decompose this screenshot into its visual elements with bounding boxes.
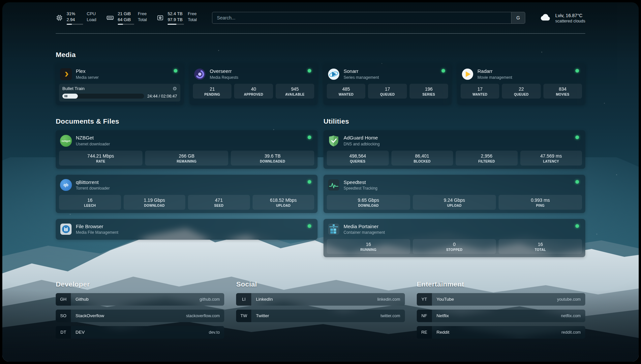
service-subtitle: Torrent downloader [76, 186, 110, 191]
stat-series: 196 SERIES [410, 84, 448, 99]
cpu-icon [56, 14, 63, 21]
service-card-portainer[interactable]: Media Portainer Container management 16 … [323, 219, 585, 257]
cpu-percent: 31% [67, 11, 83, 17]
service-card-adguard[interactable]: AdGuard Home DNS and adblocking 498,564 … [323, 130, 585, 168]
playback-progress-track [62, 94, 144, 99]
service-name: Speedtest [344, 179, 378, 186]
bookmark-twitter[interactable]: TW Twitter twitter.com [236, 310, 405, 322]
bookmark-stackoverflow[interactable]: SO StackOverflow stackoverflow.com [56, 310, 224, 322]
service-subtitle: Media File Management [76, 230, 118, 235]
playback-progress-fill [62, 94, 78, 99]
service-subtitle: Series management [344, 75, 379, 80]
service-subtitle: Media server [76, 75, 99, 80]
resource-widgets: 31% 2.94 CPU Load [56, 11, 197, 25]
status-dot [575, 69, 579, 73]
stat-leech: 16 LEECH [59, 195, 121, 210]
bookmark-group-title: Entertainment [417, 280, 585, 288]
bookmark-group-entertainment: Entertainment YT YouTube youtube.com NF … [417, 280, 585, 343]
bookmark-netflix[interactable]: NF Netflix netflix.com [417, 310, 585, 322]
cpu-widget: 31% 2.94 CPU Load [56, 11, 96, 25]
service-name: qBittorrent [76, 179, 110, 186]
section-utilities: Utilities AdGuard Home [323, 117, 585, 263]
service-card-qbittorrent[interactable]: qb qBittorrent Torrent downloader 16 LEE… [56, 175, 318, 213]
status-dot [575, 224, 579, 228]
memory-total: 64 GiB [118, 17, 134, 23]
nzbget-icon: nzbget [60, 135, 72, 147]
cpu-bar [67, 24, 83, 25]
service-name: Plex [76, 68, 99, 75]
adguard-icon [328, 135, 340, 147]
service-card-speedtest[interactable]: Speedtest Speedtest Tracking 9.65 Gbps D… [323, 175, 585, 213]
service-subtitle: Container management [344, 230, 385, 235]
speedtest-icon [328, 179, 340, 191]
status-dot [575, 180, 579, 184]
status-dot [174, 69, 177, 73]
section-media: Media Plex Media server [56, 51, 585, 105]
disk-widget: 52.4 TB 97.9 TB Free Total [157, 11, 197, 25]
memory-widget: 21 GiB 64 GiB Free Total [106, 11, 147, 25]
stat-seed: 471 SEED [188, 195, 250, 210]
service-card-filebrowser[interactable]: File Browser Media File Management [56, 219, 318, 240]
service-card-plex[interactable]: Plex Media server Bullet Train ⚙ [56, 64, 184, 105]
status-dot [308, 136, 311, 139]
status-dot [308, 69, 311, 73]
service-name: Media Portainer [344, 223, 385, 230]
stat-ping: 0.993 ms PING [499, 195, 582, 210]
bookmark-group-social: Social LI LinkedIn linkedin.com TW Twitt… [236, 280, 405, 343]
service-card-overseerr[interactable]: Overseerr Media Requests 21 PENDING 40 A… [190, 64, 318, 105]
section-title-media: Media [56, 51, 585, 59]
stat-available: 945 AVAILABLE [276, 84, 314, 99]
memory-icon [106, 14, 114, 22]
service-subtitle: Media Requests [210, 75, 238, 80]
weather-location: Lviv, 16.87°C [555, 12, 585, 19]
stat-blocked: 86,401 BLOCKED [391, 151, 453, 166]
bookmark-group-developer: Developer GH Github github.com SO StackO… [56, 280, 224, 343]
stat-total: 16 TOTAL [499, 239, 582, 254]
sonarr-icon [328, 68, 340, 80]
cloud-icon [539, 13, 551, 23]
bookmark-linkedin[interactable]: LI LinkedIn linkedin.com [236, 293, 405, 306]
radarr-icon [462, 68, 473, 80]
memory-labels: Free Total [138, 11, 147, 25]
portainer-icon [328, 223, 340, 235]
bookmark-github[interactable]: GH Github github.com [56, 293, 224, 306]
bookmark-dev[interactable]: DT DEV dev.to [56, 326, 224, 339]
stat-rate: 744.21 Mbps RATE [59, 151, 142, 166]
stat-queued: 17 QUEUED [368, 84, 407, 99]
service-name: Radarr [477, 68, 512, 75]
plex-now-playing: Bullet Train ⚙ 24:44 / 02:06:47 [59, 84, 180, 102]
bookmark-reddit[interactable]: RE Reddit reddit.com [417, 326, 585, 339]
search-input[interactable] [212, 12, 511, 23]
stat-wanted: 485 WANTED [327, 84, 365, 99]
now-playing-title: Bullet Train [62, 86, 85, 91]
stat-download: 9.65 Gbps DOWNLOAD [327, 195, 410, 210]
stat-upload: 618.52 Mbps UPLOAD [253, 195, 315, 210]
qbittorrent-icon: qb [60, 179, 72, 191]
service-card-sonarr[interactable]: Sonarr Series management 485 WANTED 17 Q… [323, 64, 451, 105]
search-bar: G [212, 12, 525, 24]
disk-free: 52.4 TB [168, 11, 184, 17]
stat-latency: 47.569 ms LATENCY [520, 151, 582, 166]
memory-free: 21 GiB [118, 11, 134, 17]
overseerr-icon [194, 68, 206, 80]
section-title-documents: Documents & Files [56, 117, 318, 125]
pause-icon [65, 95, 66, 97]
service-card-radarr[interactable]: Radarr Movie management 17 WANTED 22 QUE… [457, 64, 585, 105]
stat-pending: 21 PENDING [193, 84, 231, 99]
status-dot [575, 136, 579, 139]
topbar: 31% 2.94 CPU Load [56, 11, 585, 25]
disk-total: 97.9 TB [168, 17, 184, 23]
gear-icon[interactable]: ⚙ [173, 86, 177, 91]
dashboard-window: 31% 2.94 CPU Load [0, 0, 641, 364]
disk-bar [168, 24, 184, 25]
status-dot [442, 69, 445, 73]
bookmark-youtube[interactable]: YT YouTube youtube.com [417, 293, 585, 306]
stat-approved: 40 APPROVED [234, 84, 273, 99]
memory-bar [118, 24, 134, 25]
disk-labels: Free Total [188, 11, 197, 25]
search-provider-button[interactable]: G [511, 12, 525, 23]
stat-queued: 22 QUEUED [502, 84, 540, 99]
service-card-nzbget[interactable]: nzbget NZBGet Usenet downloader 744.21 M… [56, 130, 318, 168]
service-subtitle: DNS and adblocking [344, 142, 380, 147]
filebrowser-icon [60, 223, 72, 235]
